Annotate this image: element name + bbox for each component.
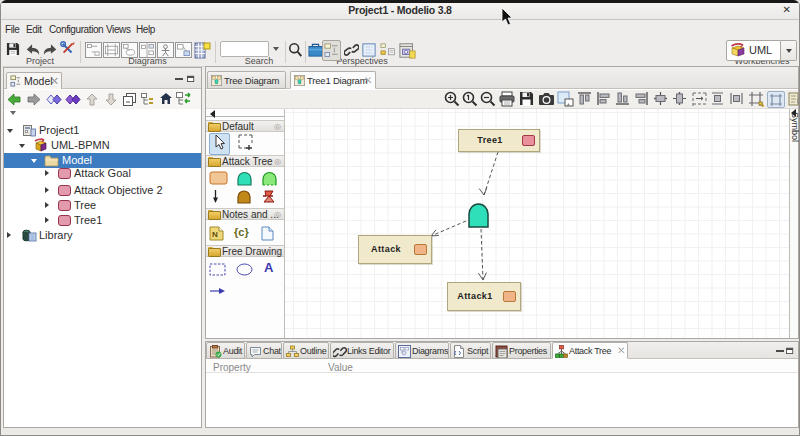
svg-text:N: N xyxy=(212,230,218,239)
